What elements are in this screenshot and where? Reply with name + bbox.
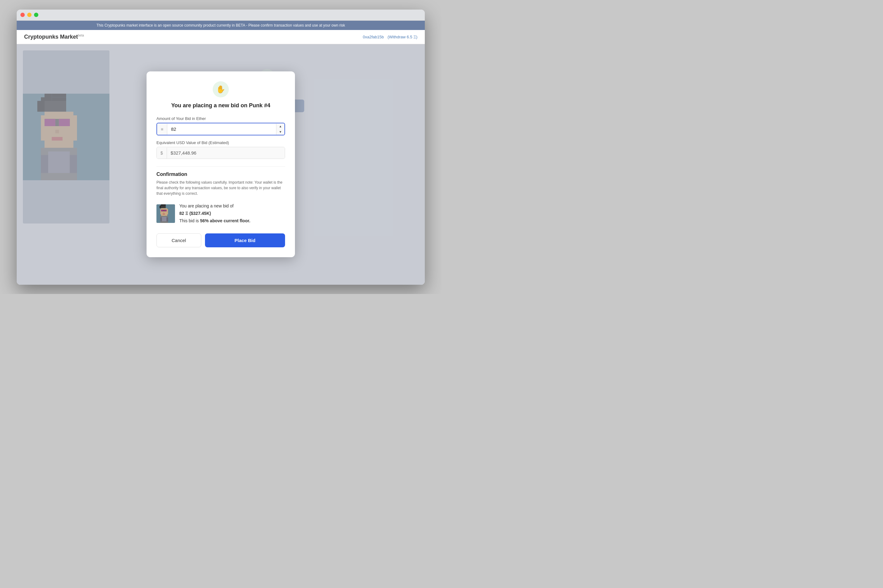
place-bid-button[interactable]: Place Bid <box>205 233 285 248</box>
svg-rect-27 <box>161 206 166 208</box>
bid-amount-label: Amount of Your Bid in Ether <box>156 116 285 121</box>
cancel-button[interactable]: Cancel <box>156 233 201 248</box>
confirmation-text: You are placing a new bid of 82 Ξ ($327.… <box>179 202 250 225</box>
modal-overlay: ✋ You are placing a new bid on Punk #4 A… <box>17 44 425 285</box>
svg-rect-40 <box>160 218 162 221</box>
spinner-down[interactable]: ▼ <box>276 129 285 135</box>
header-right: 0xa2fab15b (Withdraw 6.5 Ξ) <box>363 34 417 39</box>
bid-amount-input-wrapper: ≡ ▲ ▼ <box>156 123 285 135</box>
maximize-button[interactable] <box>34 13 38 17</box>
confirmation-desc: Please check the following values carefu… <box>156 180 285 196</box>
title-bar <box>17 10 425 21</box>
usd-input <box>167 147 285 159</box>
svg-rect-36 <box>163 212 165 213</box>
svg-rect-37 <box>163 214 165 214</box>
confirmation-card: You are placing a new bid of 82 Ξ ($327.… <box>156 201 285 226</box>
bid-amount-input[interactable] <box>167 123 276 135</box>
usd-prefix: $ <box>157 147 167 159</box>
usd-input-wrapper: $ <box>156 147 285 159</box>
app-logo: Cryptopunks Marketbeta <box>24 34 84 40</box>
punk-thumbnail <box>156 204 175 223</box>
bid-modal: ✋ You are placing a new bid on Punk #4 A… <box>147 71 295 257</box>
confirmation-title: Confirmation <box>156 172 285 177</box>
svg-rect-26 <box>159 206 161 208</box>
modal-title: You are placing a new bid on Punk #4 <box>171 102 271 109</box>
svg-rect-33 <box>163 210 165 211</box>
spinner-up[interactable]: ▲ <box>276 124 285 129</box>
bid-amount-group: Amount of Your Bid in Ether ≡ ▲ ▼ <box>156 116 285 135</box>
conf-amount: 82 Ξ ($327.45K) <box>179 211 211 216</box>
bid-amount-prefix: ≡ <box>157 124 167 135</box>
minimize-button[interactable] <box>27 13 31 17</box>
svg-rect-35 <box>164 210 166 211</box>
beta-banner: This Cryptopunks market interface is an … <box>17 21 425 30</box>
app-content: ✋ No Current Bids Bid ✋ You are placing … <box>17 44 425 285</box>
conf-floor-text: This bid is 56% above current floor. <box>179 218 250 223</box>
svg-rect-30 <box>166 209 168 214</box>
mac-window: This Cryptopunks market interface is an … <box>17 10 425 285</box>
svg-rect-39 <box>162 217 166 221</box>
svg-rect-41 <box>166 218 168 221</box>
modal-actions: Cancel Place Bid <box>156 233 285 248</box>
usd-value-group: Equivalent USD Value of Bid (Estimated) … <box>156 140 285 159</box>
modal-hand-icon: ✋ <box>213 81 229 98</box>
usd-label: Equivalent USD Value of Bid (Estimated) <box>156 140 285 145</box>
withdraw-link[interactable]: (Withdraw 6.5 Ξ) <box>387 34 417 39</box>
wallet-address[interactable]: 0xa2fab15b <box>363 34 384 39</box>
svg-rect-34 <box>161 210 163 211</box>
confirmation-section: Confirmation Please check the following … <box>156 172 285 226</box>
app-header: Cryptopunks Marketbeta 0xa2fab15b (Withd… <box>17 30 425 44</box>
svg-rect-23 <box>163 204 166 205</box>
bid-amount-spinner: ▲ ▼ <box>276 124 285 135</box>
close-button[interactable] <box>20 13 25 17</box>
